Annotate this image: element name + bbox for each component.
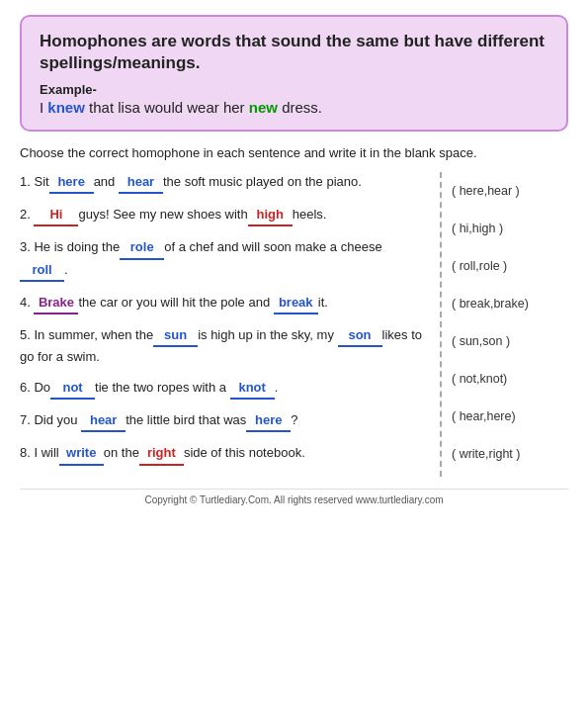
question-text: it.: [318, 295, 328, 310]
answer-option-2: ( hi,high ): [452, 210, 568, 247]
question-num: 5.: [20, 327, 34, 342]
blank-word: here: [246, 410, 291, 432]
blank-word: Hi: [34, 205, 78, 226]
answer-option-4: ( break,brake): [452, 285, 568, 322]
info-box: Homophones are words that sound the same…: [20, 15, 568, 132]
questions-section: 1. Sithereand hearthe soft music played …: [20, 172, 440, 476]
question-text: Do: [34, 380, 50, 395]
question-num: 1.: [20, 174, 34, 189]
content-area: 1. Sithereand hearthe soft music played …: [20, 172, 568, 476]
answer-option-6: ( not,knot): [452, 360, 568, 398]
blank-word: Brake: [34, 293, 78, 314]
example-label: Example-: [40, 82, 548, 97]
blank-word: hear: [119, 172, 163, 194]
blank-word: break: [274, 293, 318, 314]
question-3: 3. He is doing theroleof a chef and will…: [20, 237, 430, 281]
example-text-mid: that lisa would wear her: [85, 99, 249, 116]
answer-option-3: ( roll,role ): [452, 247, 568, 285]
question-4: 4. Brakethe car or you will hit the pole…: [20, 293, 430, 314]
answer-option-1: ( here,hear ): [452, 172, 568, 210]
question-text: Sit: [34, 174, 48, 189]
question-text: ?: [291, 412, 297, 427]
question-num: 7.: [20, 412, 34, 427]
question-text: guys! See my new shoes with: [78, 207, 247, 222]
example-text-after: dress.: [278, 99, 322, 116]
question-text: the car or you will hit the pole and: [78, 295, 273, 310]
example-sentence: I knew that lisa would wear her new dres…: [40, 99, 548, 116]
question-text: and: [94, 174, 119, 189]
blank-word: right: [139, 443, 184, 465]
question-5: 5. In summer, when thesunis high up in t…: [20, 325, 430, 367]
question-text: side of this notebook.: [184, 445, 305, 460]
blank-word: write: [59, 443, 104, 465]
question-text: He is doing the: [34, 239, 120, 254]
blank-word: roll: [20, 260, 64, 282]
question-text: Did you: [34, 412, 81, 427]
instructions: Choose the correct homophone in each sen…: [20, 145, 568, 160]
answer-option-8: ( write,right ): [452, 435, 568, 473]
question-text: on the: [104, 445, 139, 460]
answer-option-7: ( hear,here): [452, 398, 568, 435]
new-word: new: [249, 99, 278, 116]
answer-option-5: ( sun,son ): [452, 322, 568, 360]
question-text: In summer, when the: [34, 327, 153, 342]
blank-word: not: [50, 378, 95, 400]
question-1: 1. Sithereand hearthe soft music played …: [20, 172, 430, 194]
blank-word: hear: [81, 410, 126, 432]
question-text: .: [275, 380, 279, 395]
question-text: .: [64, 262, 68, 277]
blank-word: knot: [230, 378, 275, 400]
question-text: I will: [34, 445, 58, 460]
question-text: the soft music played on the piano.: [163, 174, 362, 189]
blank-word: son: [338, 325, 382, 347]
question-num: 4.: [20, 295, 34, 310]
answers-section: ( here,hear )( hi,high )( roll,role )( b…: [440, 172, 568, 476]
question-num: 3.: [20, 239, 34, 254]
knew-word: knew: [47, 99, 85, 116]
question-7: 7. Did you hearthe little bird that wash…: [20, 410, 430, 432]
question-text: is high up in the sky, my: [198, 327, 337, 342]
question-6: 6. Donottie the two ropes with a knot.: [20, 378, 430, 400]
blank-word: role: [120, 237, 164, 259]
question-text: of a chef and will soon make a cheese: [164, 239, 381, 254]
blank-word: high: [248, 205, 293, 226]
blank-word: here: [49, 172, 94, 194]
question-text: the little bird that was: [126, 412, 246, 427]
footer: Copyright © Turtlediary.Com. All rights …: [20, 489, 568, 505]
info-title: Homophones are words that sound the same…: [40, 31, 548, 74]
question-num: 2.: [20, 207, 34, 222]
question-8: 8. I willwriteon therightside of this no…: [20, 443, 430, 465]
blank-word: sun: [153, 325, 198, 347]
question-num: 6.: [20, 380, 34, 395]
question-text: heels.: [293, 207, 327, 222]
question-text: tie the two ropes with a: [95, 380, 230, 395]
question-num: 8.: [20, 445, 34, 460]
question-2: 2. Higuys! See my new shoes withhighheel…: [20, 205, 430, 226]
